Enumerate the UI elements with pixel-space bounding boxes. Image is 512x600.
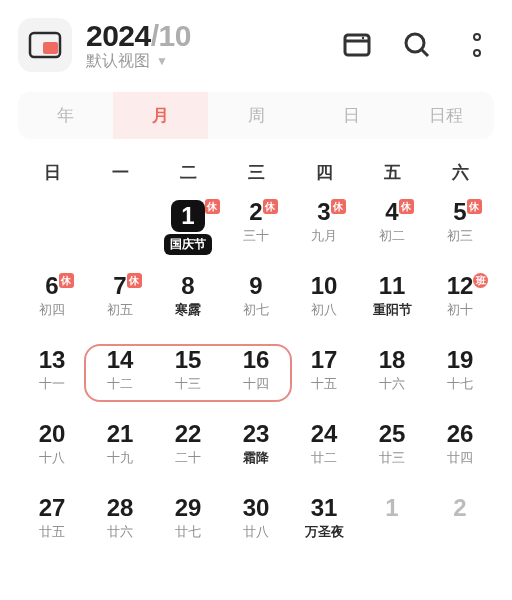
day-cell[interactable]: 7休初五 (86, 268, 154, 342)
title-block: 2024/10 默认视图 ▼ (86, 20, 191, 70)
week-row: 6休初四7休初五8寒露9初七10初八11重阳节12班初十 (18, 268, 494, 342)
day-sub-label: 初十 (447, 302, 473, 319)
day-sub-label: 廿六 (107, 524, 133, 541)
calendar-mini-icon (27, 27, 63, 63)
day-cell[interactable]: 1 (358, 490, 426, 564)
tab-2[interactable]: 周 (208, 92, 303, 139)
day-cell[interactable]: 3休九月 (290, 194, 358, 268)
day-sub-label: 十二 (107, 376, 133, 393)
tab-4[interactable]: 日程 (399, 92, 494, 139)
day-cell[interactable]: 10初八 (290, 268, 358, 342)
month-label: 10 (159, 19, 191, 52)
day-cell[interactable]: 9初七 (222, 268, 290, 342)
day-sub-label: 霜降 (243, 450, 269, 467)
day-number: 1 (181, 204, 194, 228)
day-cell[interactable]: 26廿四 (426, 416, 494, 490)
day-cell[interactable]: 22二十 (154, 416, 222, 490)
day-number: 12 (447, 274, 474, 298)
day-cell[interactable]: 21十九 (86, 416, 154, 490)
more-button[interactable] (460, 28, 494, 62)
day-sub-label: 初四 (39, 302, 65, 319)
day-cell[interactable]: 6休初四 (18, 268, 86, 342)
day-sub-label: 十五 (311, 376, 337, 393)
day-sub-label: 十四 (243, 376, 269, 393)
day-cell[interactable]: 12班初十 (426, 268, 494, 342)
day-cell[interactable]: 27廿五 (18, 490, 86, 564)
day-cell[interactable]: 11重阳节 (358, 268, 426, 342)
day-cell[interactable]: 1休国庆节 (154, 194, 222, 268)
day-number: 14 (107, 348, 134, 372)
rest-badge: 休 (263, 199, 278, 214)
day-number: 19 (447, 348, 474, 372)
today-button[interactable] (340, 28, 374, 62)
day-number: 30 (243, 496, 270, 520)
calendar-grid: 1休国庆节2休三十3休九月4休初二5休初三6休初四7休初五8寒露9初七10初八1… (18, 194, 494, 564)
day-cell (86, 194, 154, 268)
year-month[interactable]: 2024/10 (86, 20, 191, 52)
day-cell[interactable]: 8寒露 (154, 268, 222, 342)
day-cell[interactable]: 19十七 (426, 342, 494, 416)
day-cell[interactable]: 31万圣夜 (290, 490, 358, 564)
day-number-wrap: 1 (385, 496, 398, 520)
day-sub-label: 初三 (447, 228, 473, 245)
weekday-header: 日一二三四五六 (18, 161, 494, 184)
header-left: 2024/10 默认视图 ▼ (18, 18, 191, 72)
calendar-app: 2024/10 默认视图 ▼ (0, 0, 512, 600)
day-cell[interactable]: 30廿八 (222, 490, 290, 564)
day-sub-label: 十一 (39, 376, 65, 393)
day-number: 28 (107, 496, 134, 520)
day-number: 22 (175, 422, 202, 446)
day-cell[interactable]: 2 (426, 490, 494, 564)
day-sub-label: 廿四 (447, 450, 473, 467)
tab-0[interactable]: 年 (18, 92, 113, 139)
day-number: 4 (385, 200, 398, 224)
day-number: 5 (453, 200, 466, 224)
day-cell[interactable]: 14十二 (86, 342, 154, 416)
svg-point-4 (362, 37, 364, 39)
day-cell[interactable]: 2休三十 (222, 194, 290, 268)
day-number: 24 (311, 422, 338, 446)
day-number-wrap: 9 (249, 274, 262, 298)
day-number: 9 (249, 274, 262, 298)
day-cell[interactable]: 23霜降 (222, 416, 290, 490)
view-label: 默认视图 (86, 53, 150, 70)
view-selector[interactable]: 默认视图 ▼ (86, 53, 191, 70)
day-cell[interactable]: 25廿三 (358, 416, 426, 490)
weekday-label: 五 (358, 161, 426, 184)
day-cell[interactable]: 18十六 (358, 342, 426, 416)
day-cell[interactable]: 15十三 (154, 342, 222, 416)
search-button[interactable] (400, 28, 434, 62)
day-cell[interactable]: 16十四 (222, 342, 290, 416)
day-sub-label: 十九 (107, 450, 133, 467)
day-number-wrap: 16 (243, 348, 270, 372)
rest-badge: 休 (127, 273, 142, 288)
day-sub-label: 廿二 (311, 450, 337, 467)
day-cell[interactable]: 5休初三 (426, 194, 494, 268)
day-cell[interactable]: 17十五 (290, 342, 358, 416)
day-cell[interactable]: 29廿七 (154, 490, 222, 564)
day-number: 21 (107, 422, 134, 446)
day-number: 7 (113, 274, 126, 298)
week-row: 13十一14十二15十三16十四17十五18十六19十七 (18, 342, 494, 416)
day-number: 29 (175, 496, 202, 520)
header: 2024/10 默认视图 ▼ (18, 18, 494, 72)
day-number: 27 (39, 496, 66, 520)
tab-3[interactable]: 日 (304, 92, 399, 139)
view-tabs: 年月周日日程 (18, 92, 494, 139)
day-number: 15 (175, 348, 202, 372)
day-number: 6 (45, 274, 58, 298)
day-number-wrap: 2 (453, 496, 466, 520)
day-cell[interactable]: 24廿二 (290, 416, 358, 490)
day-number-wrap: 3休 (317, 200, 330, 224)
day-cell[interactable]: 20十八 (18, 416, 86, 490)
svg-line-6 (422, 50, 428, 56)
day-cell[interactable]: 28廿六 (86, 490, 154, 564)
day-cell[interactable]: 13十一 (18, 342, 86, 416)
tab-1[interactable]: 月 (113, 92, 208, 139)
day-number-wrap: 18 (379, 348, 406, 372)
weekday-label: 二 (154, 161, 222, 184)
app-icon[interactable] (18, 18, 72, 72)
day-cell[interactable]: 4休初二 (358, 194, 426, 268)
work-badge: 班 (473, 273, 488, 288)
day-sub-label: 九月 (311, 228, 337, 245)
